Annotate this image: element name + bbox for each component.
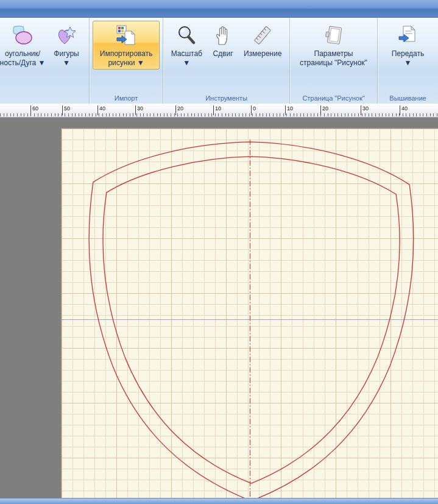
group-label: Инструменты [163, 94, 289, 102]
button-label: Импортировать [100, 49, 152, 59]
ruler-label: 40 [400, 105, 408, 115]
dropdown-arrow: ▼ [183, 59, 190, 68]
bottom-bar [0, 498, 438, 504]
hand-icon [213, 24, 233, 46]
ruler-label: 20 [320, 105, 328, 115]
button-label: рисунки ▼ [108, 59, 144, 68]
button-label: оугольник/ [5, 49, 40, 59]
page-frame-icon [323, 24, 344, 46]
ruler-label: 0 [251, 105, 256, 115]
ruler-label: 60 [30, 105, 38, 115]
measure-ruler-icon [252, 24, 273, 46]
ruler-label: 10 [213, 105, 221, 115]
canvas-overlay [62, 129, 438, 499]
horizontal-ruler: 605040302010010203040 [0, 104, 438, 118]
title-bar [0, 0, 438, 18]
ribbon-group-import: Импортировать рисунки ▼ Импорт [90, 18, 163, 104]
pan-button[interactable]: Сдвиг [207, 21, 239, 60]
shapes-icon [12, 24, 33, 46]
ribbon-group-shapes: оугольник/ ность/Дуга ▼ Фигуры ▼ [0, 18, 90, 104]
shield-outer-outline [89, 142, 414, 499]
import-pictures-icon [116, 24, 136, 46]
group-label: Вышивание [378, 94, 438, 102]
ruler-label: 20 [175, 105, 183, 115]
ribbon-group-tools: Масштаб ▼ Сдвиг [163, 18, 290, 104]
group-label: Импорт [90, 94, 163, 102]
ruler-label: 50 [62, 105, 70, 115]
measure-button[interactable]: Измерение [241, 21, 284, 60]
ruler-label: 10 [285, 105, 293, 115]
rect-ellipse-arc-button[interactable]: оугольник/ ность/Дуга ▼ [0, 21, 49, 69]
dropdown-arrow: ▼ [404, 59, 412, 68]
ribbon: оугольник/ ность/Дуга ▼ Фигуры ▼ [0, 18, 438, 104]
page-settings-button[interactable]: Параметры страницы "Рисунок" [293, 21, 375, 69]
button-label: Параметры [314, 49, 353, 59]
ribbon-group-picture-page: Параметры страницы "Рисунок" Страница "Р… [290, 18, 378, 104]
zoom-button[interactable]: Масштаб ▼ [168, 21, 205, 69]
transfer-icon [397, 24, 418, 46]
button-label: ность/Дуга ▼ [0, 59, 45, 68]
shield-inner-outline [103, 157, 400, 483]
button-label: Передать [392, 49, 425, 59]
button-label: Масштаб [171, 49, 202, 59]
drawing-canvas[interactable] [61, 128, 438, 499]
figures-button[interactable]: Фигуры ▼ [50, 21, 83, 69]
button-label: страницы "Рисунок" [300, 59, 367, 68]
button-label: Фигуры [54, 49, 79, 59]
group-label: Страница "Рисунок" [290, 94, 377, 102]
ribbon-group-embroidery: Передать ▼ Вышивание [378, 18, 438, 104]
ruler-label: 40 [97, 105, 105, 115]
ruler-label: 30 [135, 105, 143, 115]
import-pictures-button[interactable]: Импортировать рисунки ▼ [93, 21, 160, 69]
dropdown-arrow: ▼ [63, 59, 70, 68]
figures-icon [56, 24, 77, 46]
button-label: Измерение [244, 49, 281, 59]
ruler-label: 30 [361, 105, 369, 115]
button-label: Сдвиг [213, 49, 233, 59]
transfer-button[interactable]: Передать ▼ [389, 21, 428, 69]
zoom-icon [176, 24, 197, 46]
